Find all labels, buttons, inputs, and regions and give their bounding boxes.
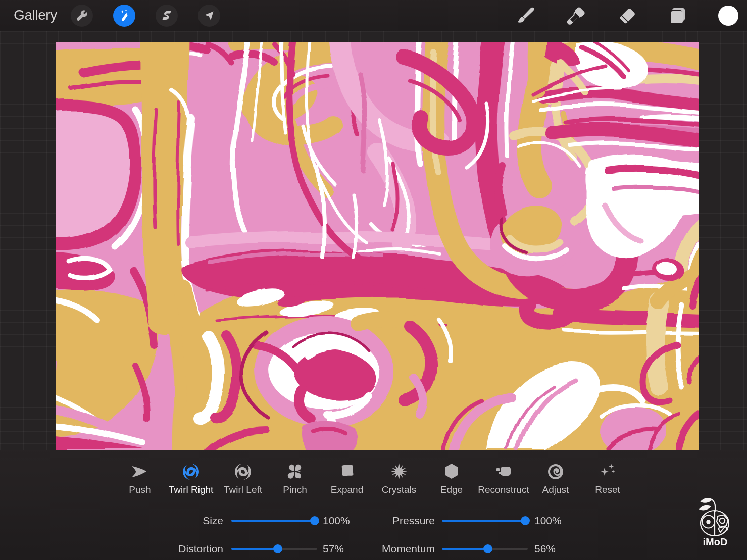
svg-text:iMoD: iMoD: [703, 536, 728, 547]
